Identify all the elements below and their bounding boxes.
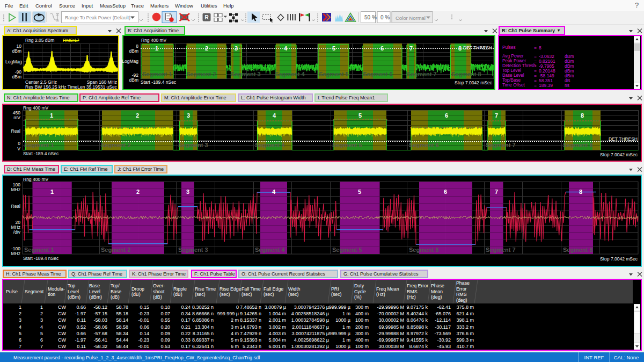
svg-text:R: R xyxy=(204,15,209,20)
